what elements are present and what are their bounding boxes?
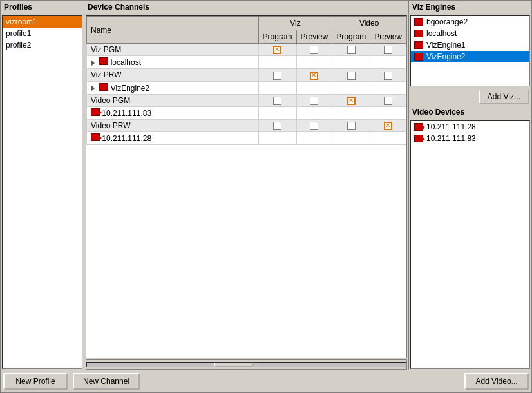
viz-engine-icon: [414, 53, 423, 61]
table-row: 10.211.111.83: [87, 106, 406, 119]
engine-label: localhost: [426, 29, 457, 38]
viz-program-cell[interactable]: [258, 44, 296, 56]
checkbox-unchecked[interactable]: [347, 122, 356, 130]
profile-item[interactable]: profile2: [3, 39, 82, 51]
col-video-group: Video: [332, 17, 406, 30]
empty-cell: [370, 132, 406, 145]
col-viz-preview: Preview: [296, 30, 332, 44]
engine-item-selected[interactable]: VizEngine2: [411, 51, 529, 62]
viz-preview-cell[interactable]: [296, 69, 332, 81]
video-program-cell[interactable]: [332, 44, 370, 56]
empty-cell: [370, 81, 406, 94]
viz-engine-icon: [99, 57, 108, 65]
expand-arrow-icon[interactable]: [91, 85, 95, 91]
video-device-item[interactable]: 10.211.111.83: [411, 133, 529, 144]
checkbox-unchecked[interactable]: [273, 97, 281, 105]
video-device-icon: [414, 123, 423, 131]
checkbox-checked[interactable]: [384, 122, 392, 130]
table-row: 10.211.111.28: [87, 132, 406, 145]
table-row: VizEngine2: [87, 81, 406, 94]
video-devices-section: Video Devices 10.211.111.28 10.211.111.8…: [409, 106, 531, 370]
empty-cell: [332, 132, 370, 145]
video-devices-header: Video Devices: [409, 106, 531, 119]
table-row: Video PRW: [87, 119, 406, 131]
group-name: Video PGM: [87, 94, 259, 106]
engine-label: VizEngine1: [426, 41, 466, 50]
scrollbar-thumb[interactable]: [214, 363, 253, 367]
video-devices-list[interactable]: 10.211.111.28 10.211.111.83: [410, 120, 530, 369]
checkbox-unchecked[interactable]: [273, 122, 281, 130]
add-video-button[interactable]: Add Video...: [464, 373, 529, 390]
viz-preview-cell[interactable]: [296, 119, 332, 131]
viz-preview-cell[interactable]: [296, 94, 332, 106]
engine-item[interactable]: localhost: [411, 28, 529, 39]
scrollbar-track[interactable]: [86, 362, 406, 367]
table-row: Video PGM: [87, 94, 406, 106]
video-preview-cell[interactable]: [370, 44, 406, 56]
video-program-cell[interactable]: [332, 94, 370, 106]
engine-item[interactable]: VizEngine1: [411, 39, 529, 51]
viz-engine-icon: [99, 83, 108, 91]
empty-cell: [258, 132, 296, 145]
child-name: 10.211.111.28: [87, 132, 259, 145]
group-name: Viz PGM: [87, 44, 259, 56]
child-name: 10.211.111.83: [87, 106, 259, 119]
bottom-left-buttons: New Profile New Channel: [3, 373, 140, 390]
checkbox-checked[interactable]: [347, 97, 356, 105]
new-profile-button[interactable]: New Profile: [3, 373, 68, 390]
checkbox-checked[interactable]: [273, 46, 281, 54]
video-preview-cell[interactable]: [370, 119, 406, 131]
profile-item[interactable]: profile1: [3, 28, 82, 39]
video-program-cell[interactable]: [332, 119, 370, 131]
empty-cell: [370, 106, 406, 119]
add-viz-button[interactable]: Add Viz...: [479, 90, 529, 104]
engine-label: bgoorange2: [426, 17, 468, 26]
viz-engines-list[interactable]: bgoorange2 localhost VizEngine1 VizEngin…: [410, 15, 530, 86]
checkbox-unchecked[interactable]: [384, 72, 392, 80]
empty-cell: [296, 132, 332, 145]
col-name: Name: [87, 17, 259, 44]
viz-program-cell[interactable]: [258, 94, 296, 106]
checkbox-unchecked[interactable]: [310, 97, 318, 105]
video-preview-cell[interactable]: [370, 94, 406, 106]
checkbox-unchecked[interactable]: [310, 122, 318, 130]
engine-item[interactable]: bgoorange2: [411, 16, 529, 28]
checkbox-checked[interactable]: [310, 72, 318, 80]
table-row: localhost: [87, 56, 406, 69]
viz-engine-icon: [414, 30, 423, 37]
col-video-program: Program: [332, 30, 370, 44]
video-preview-cell[interactable]: [370, 69, 406, 81]
expand-arrow-icon[interactable]: [91, 60, 95, 66]
checkbox-unchecked[interactable]: [384, 97, 392, 105]
viz-preview-cell[interactable]: [296, 44, 332, 56]
new-channel-button[interactable]: New Channel: [73, 373, 140, 390]
profiles-header: Profiles: [1, 1, 84, 14]
video-device-item[interactable]: 10.211.111.28: [411, 121, 529, 133]
engine-label: VizEngine2: [426, 52, 466, 61]
profiles-list[interactable]: vizroom1 profile1 profile2: [2, 15, 82, 369]
viz-program-cell[interactable]: [258, 119, 296, 131]
group-name: Video PRW: [87, 119, 259, 131]
checkbox-unchecked[interactable]: [347, 46, 356, 54]
profiles-panel: Profiles vizroom1 profile1 profile2: [1, 1, 84, 370]
horizontal-scrollbar[interactable]: [86, 359, 407, 370]
channels-header: Device Channels: [84, 1, 408, 14]
empty-cell: [332, 56, 370, 69]
top-section: Profiles vizroom1 profile1 profile2 Devi…: [1, 1, 531, 370]
checkbox-unchecked[interactable]: [310, 46, 318, 54]
video-device-label: 10.211.111.83: [426, 134, 476, 143]
empty-cell: [332, 106, 370, 119]
video-program-cell[interactable]: [332, 69, 370, 81]
empty-cell: [296, 106, 332, 119]
channels-table-container[interactable]: Name Viz Video Program Preview Program P…: [86, 15, 407, 358]
col-video-preview: Preview: [370, 30, 406, 44]
viz-program-cell[interactable]: [258, 69, 296, 81]
checkbox-unchecked[interactable]: [347, 72, 356, 80]
video-device-icon: [91, 108, 100, 116]
child-name: localhost: [87, 56, 259, 69]
col-viz-program: Program: [258, 30, 296, 44]
checkbox-unchecked[interactable]: [384, 46, 392, 54]
empty-cell: [332, 81, 370, 94]
profile-item[interactable]: vizroom1: [3, 16, 82, 28]
checkbox-unchecked[interactable]: [273, 72, 281, 80]
